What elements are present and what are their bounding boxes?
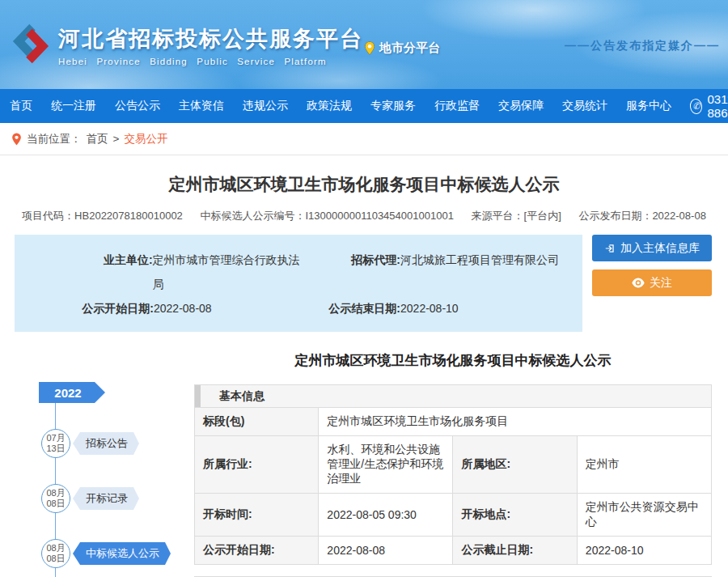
table-row: 所属行业: 水利、环境和公共设施管理业/生态保护和环境治理业 所属地区: 定州市 [195, 436, 712, 494]
content-area: 2022 07月13日 招标公告 08月08日 开标记录 08月08日 中标候选… [0, 351, 728, 577]
city-platform-label: 地市分平台 [379, 40, 440, 56]
table-row: 公示开始日期: 2022-08-08 公示截止日期: 2022-08-10 [195, 537, 712, 565]
field-value: 2022-08-05 09:30 [319, 494, 453, 537]
project-info-box: 业主单位: 定州市城市管理综合行政执法局 招标代理: 河北城旅工程项目管理有限公… [15, 235, 582, 332]
publicity-start-date: 公示开始日期: 2022-08-08 [15, 296, 310, 320]
nav-item-violations[interactable]: 违规公示 [243, 99, 288, 113]
nav-item-home[interactable]: 首页 [10, 99, 32, 113]
nav-item-register[interactable]: 统一注册 [51, 99, 96, 113]
breadcrumb: 当前位置： 首页 > 交易公开 [0, 123, 728, 155]
timeline-date: 08月08日 [41, 539, 70, 568]
breadcrumb-prefix: 当前位置： [27, 132, 82, 146]
join-subject-library-button[interactable]: 加入主体信息库 [592, 235, 712, 261]
platform-title: 河北省招标投标公共服务平台 [58, 24, 363, 53]
nav-item-service-center[interactable]: 服务中心 [626, 99, 671, 113]
field-label: 开标时间: [195, 494, 319, 537]
nav-item-subject-credit[interactable]: 主体资信 [179, 99, 224, 113]
field-label: 标段(包) [195, 408, 319, 436]
meta-project-code: 项目代码：HB2022078180010002 [22, 210, 183, 222]
meta-publicity-number: 中标候选人公示编号：I1300000001103454001001001 [200, 210, 453, 222]
field-value: 2022-08-08 [319, 537, 453, 565]
detail-panel: 定州市城区环境卫生市场化服务项目中标候选人公示 基本信息 标段(包) 定州市城区… [194, 351, 712, 577]
field-value: 水利、环境和公共设施管理业/生态保护和环境治理业 [319, 436, 453, 494]
timeline-label[interactable]: 中标候选人公示 [73, 542, 171, 565]
action-buttons: 加入主体信息库 关注 [592, 235, 712, 332]
table-row: 开标时间: 2022-08-05 09:30 开标地点: 定州市公共资源交易中心 [195, 494, 712, 537]
timeline-date: 08月08日 [41, 484, 70, 513]
breadcrumb-home-link[interactable]: 首页 [87, 132, 108, 146]
field-label: 所属行业: [195, 436, 319, 494]
nav-item-supervision[interactable]: 行政监督 [434, 99, 480, 113]
eye-icon [632, 278, 645, 288]
nav-item-trade-statistics[interactable]: 交易统计 [562, 99, 607, 113]
field-value: 定州市 [577, 436, 711, 494]
field-label: 所属地区: [453, 436, 577, 494]
timeline-year-badge: 2022 [39, 382, 105, 403]
login-arrow-icon [604, 243, 616, 254]
field-value: 2022-08-10 [577, 537, 711, 565]
field-label: 开标地点: [453, 494, 577, 537]
nav-item-policies[interactable]: 政策法规 [307, 99, 352, 113]
nav-item-announcements[interactable]: 公告公示 [115, 99, 160, 113]
follow-button[interactable]: 关注 [592, 269, 712, 296]
detail-title: 定州市城区环境卫生市场化服务项目中标候选人公示 [194, 351, 712, 370]
location-pin-icon [364, 41, 375, 55]
main-nav: 首页 统一注册 公告公示 主体资信 违规公示 政策法规 专家服务 行政监督 交易… [0, 89, 728, 123]
timeline-label[interactable]: 招标公告 [73, 432, 139, 455]
phone-icon: ✆ [689, 98, 704, 115]
timeline-item-bid-opening-record[interactable]: 08月08日 开标记录 [0, 484, 194, 513]
publicity-end-date: 公示结束日期: 2022-08-10 [310, 296, 582, 320]
bidding-agent: 招标代理: 河北城旅工程项目管理有限公司 [310, 248, 582, 296]
site-header: 河北省招标投标公共服务平台 Hebei Province Bidding Pub… [0, 0, 728, 89]
nav-item-trade-guarantee[interactable]: 交易保障 [498, 99, 544, 113]
timeline-date: 07月13日 [41, 429, 70, 458]
timeline-item-tender-announcement[interactable]: 07月13日 招标公告 [0, 429, 194, 458]
process-timeline: 2022 07月13日 招标公告 08月08日 开标记录 08月08日 中标候选… [0, 351, 194, 577]
breadcrumb-current: 交易公开 [124, 132, 167, 146]
platform-subtitle: Hebei Province Bidding Public Service Pl… [58, 57, 363, 66]
media-note: ——公告发布指定媒介—— [565, 39, 720, 53]
basic-info-table: 标段(包) 定州市城区环境卫生市场化服务项目 所属行业: 水利、环境和公共设施管… [194, 407, 712, 565]
field-label: 公示截止日期: [453, 537, 577, 565]
breadcrumb-separator: > [113, 133, 120, 145]
section-basic-info: 基本信息 [194, 384, 712, 407]
breadcrumb-pin-icon [11, 133, 22, 146]
meta-source-platform: 来源平台：[平台内] [472, 210, 561, 222]
table-row: 标段(包) 定州市城区环境卫生市场化服务项目 [195, 408, 712, 436]
field-value: 定州市公共资源交易中心 [577, 494, 711, 537]
info-section: 业主单位: 定州市城市管理综合行政执法局 招标代理: 河北城旅工程项目管理有限公… [15, 235, 712, 332]
meta-line: 项目代码：HB2022078180010002 中标候选人公示编号：I13000… [0, 209, 728, 223]
owner-unit: 业主单位: 定州市城市管理综合行政执法局 [15, 248, 310, 296]
platform-logo-icon [7, 19, 54, 68]
meta-publish-date: 公示发布日期：2022-08-08 [578, 210, 706, 222]
page-title: 定州市城区环境卫生市场化服务项目中标候选人公示 [0, 173, 728, 196]
timeline-label[interactable]: 开标记录 [73, 487, 139, 510]
nav-item-experts[interactable]: 专家服务 [370, 99, 416, 113]
city-platform-link[interactable]: 地市分平台 [364, 40, 440, 56]
field-label: 公示开始日期: [195, 537, 319, 565]
field-value: 定州市城区环境卫生市场化服务项目 [319, 408, 712, 436]
phone-number: 0311-88614089/176/169 [707, 92, 728, 120]
contact-phone: ✆ 0311-88614089/176/169 [690, 92, 728, 120]
timeline-item-winning-candidates[interactable]: 08月08日 中标候选人公示 [0, 539, 194, 568]
